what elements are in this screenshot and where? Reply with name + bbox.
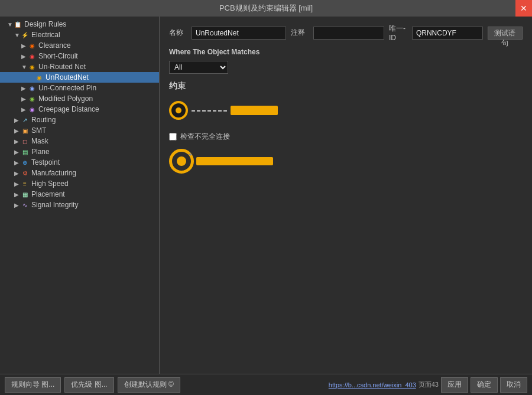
icon-short-circuit: ◉ [27, 52, 37, 60]
checkbox-label: 检查不完全连接 [180, 132, 230, 142]
label-plane: Plane [31, 148, 50, 156]
arrow-electrical: ▼ [14, 32, 20, 38]
arrow-un-routed-net: ▼ [21, 64, 27, 70]
rules-wizard-label: 规则向导 图... [11, 380, 54, 389]
via-plus-icon: + [189, 151, 192, 158]
arrow-testpoint: ▶ [14, 159, 20, 166]
where-matches-title: Where The Object Matches [169, 48, 523, 56]
close-button[interactable]: ✕ [515, 0, 532, 17]
title-text: PCB规则及约束编辑器 [mil] [219, 3, 313, 14]
unique-id-input[interactable] [412, 27, 483, 40]
label-modified-polygon: Modified Polygon [38, 94, 93, 103]
arrow-clearance: ▶ [21, 43, 27, 49]
icon-un-connected-pin: ◉ [27, 84, 37, 92]
net-circle-icon [169, 101, 188, 120]
tree-item-signal-integrity[interactable]: ▶ ∿ Signal Integrity [0, 200, 159, 210]
label-clearance: Clearance [38, 41, 71, 50]
arrow-placement: ▶ [14, 191, 20, 198]
ok-button[interactable]: 确定 [471, 377, 498, 393]
arrow-un-connected-pin: ▶ [21, 85, 27, 92]
tree-item-clearance[interactable]: ▶ ◉ Clearance [0, 40, 159, 51]
apply-button[interactable]: 应用 [441, 377, 468, 393]
arrow-smt: ▶ [14, 128, 20, 134]
tree-item-design-rules[interactable]: ▼ 📋 Design Rules [0, 19, 159, 30]
arrow-plane: ▶ [14, 149, 20, 155]
priority-button[interactable]: 优先级 图... [64, 377, 113, 393]
icon-un-routed-net: ◉ [27, 63, 37, 71]
tree-item-electrical[interactable]: ▼ ⚡ Electrical [0, 30, 159, 40]
comment-input[interactable] [313, 27, 384, 40]
tree-item-testpoint[interactable]: ▶ ⊕ Testpoint [0, 157, 159, 168]
yellow-bar-length [231, 106, 278, 115]
cancel-button[interactable]: 取消 [500, 377, 527, 393]
label-high-speed: High Speed [31, 179, 69, 188]
url-text[interactable]: https://b...csdn.net/weixin_403 [329, 381, 416, 389]
arrow-modified-polygon: ▶ [21, 96, 27, 102]
icon-high-speed: ≡ [20, 179, 30, 188]
label-design-rules: Design Rules [24, 20, 66, 28]
create-default-button[interactable]: 创建默认规则 © [118, 377, 180, 393]
bottom-bar: 规则向导 图... 优先级 图... 创建默认规则 © https://b...… [0, 374, 532, 395]
tree-item-un-connected-pin[interactable]: ▶ ◉ Un-Connected Pin [0, 83, 159, 93]
test-sentence-button[interactable]: 测试语句 [488, 27, 523, 40]
create-default-label: 创建默认规则 © [124, 380, 174, 389]
rules-wizard-button[interactable]: 规则向导 图... [5, 377, 61, 393]
left-panel: ▼ 📋 Design Rules ▼ ⚡ Electrical ▶ ◉ Clea… [0, 17, 160, 374]
comment-label: 注释 [291, 28, 309, 38]
title-bar: PCB规则及约束编辑器 [mil] ✕ [0, 0, 532, 17]
tree-item-high-speed[interactable]: ▶ ≡ High Speed [0, 178, 159, 189]
name-input[interactable] [192, 27, 286, 40]
label-un-routed-net: Un-Routed Net [38, 63, 86, 71]
bottom-right-actions: https://b...csdn.net/weixin_403 页面43 应用 … [329, 377, 527, 393]
tree-item-creepage-distance[interactable]: ▶ ◉ Creepage Distance [0, 104, 159, 115]
icon-creepage-distance: ◉ [27, 105, 37, 113]
label-manufacturing: Manufacturing [31, 169, 76, 177]
label-mask: Mask [31, 137, 48, 145]
icon-plane: ▤ [20, 148, 30, 156]
tree-item-routing[interactable]: ▶ ↗ Routing [0, 115, 159, 125]
via-inner [177, 156, 186, 166]
dashed-line [192, 110, 227, 112]
arrow-manufacturing: ▶ [14, 170, 20, 177]
label-un-connected-pin: Un-Connected Pin [38, 84, 96, 92]
label-creepage-distance: Creepage Distance [38, 105, 99, 113]
label-testpoint: Testpoint [31, 158, 60, 167]
constraint-section: 约束 检查不完全连接 + [169, 81, 523, 174]
arrow-routing: ▶ [14, 117, 20, 123]
priority-label: 优先级 图... [71, 380, 107, 389]
label-placement: Placement [31, 190, 65, 198]
tree-item-mask[interactable]: ▶ ◻ Mask [0, 136, 159, 146]
via-circle-icon: + [169, 149, 194, 174]
tree-item-short-circuit[interactable]: ▶ ◉ Short-Circuit [0, 51, 159, 61]
tree-item-placement[interactable]: ▶ ▦ Placement [0, 189, 159, 200]
label-electrical: Electrical [31, 31, 60, 39]
label-short-circuit: Short-Circuit [38, 52, 78, 60]
test-sentence-label: 测试语句 [494, 29, 515, 47]
all-dropdown[interactable]: All Net Net Class Layer [169, 61, 228, 74]
check-incomplete-connection[interactable] [169, 133, 177, 141]
tree-item-unroutednet[interactable]: ◉ UnRoutedNet [0, 72, 159, 83]
main-layout: ▼ 📋 Design Rules ▼ ⚡ Electrical ▶ ◉ Clea… [0, 17, 532, 374]
via-bar [196, 157, 273, 165]
label-routing: Routing [31, 116, 56, 124]
ok-label: 确定 [477, 380, 491, 389]
icon-unroutednet: ◉ [34, 73, 44, 81]
tree-item-plane[interactable]: ▶ ▤ Plane [0, 146, 159, 157]
label-unroutednet: UnRoutedNet [46, 73, 89, 81]
icon-manufacturing: ⚙ [20, 169, 30, 177]
constraint-title: 约束 [169, 81, 523, 92]
icon-signal-integrity: ∿ [20, 201, 30, 209]
bottom-left-actions: 规则向导 图... 优先级 图... 创建默认规则 © [5, 377, 180, 393]
tree-item-smt[interactable]: ▶ ▣ SMT [0, 125, 159, 136]
arrow-signal-integrity: ▶ [14, 202, 20, 208]
arrow-mask: ▶ [14, 138, 20, 145]
icon-mask: ◻ [20, 137, 30, 145]
icon-routing: ↗ [20, 116, 30, 124]
tree-item-manufacturing[interactable]: ▶ ⚙ Manufacturing [0, 168, 159, 178]
tree-item-modified-polygon[interactable]: ▶ ◉ Modified Polygon [0, 93, 159, 104]
right-panel: 名称 注释 唯一-ID 测试语句 Where The Object Matche… [160, 17, 532, 374]
tree-item-un-routed-net[interactable]: ▼ ◉ Un-Routed Net [0, 61, 159, 72]
icon-clearance: ◉ [27, 41, 37, 50]
net-length-visual [169, 97, 523, 123]
arrow-short-circuit: ▶ [21, 53, 27, 60]
